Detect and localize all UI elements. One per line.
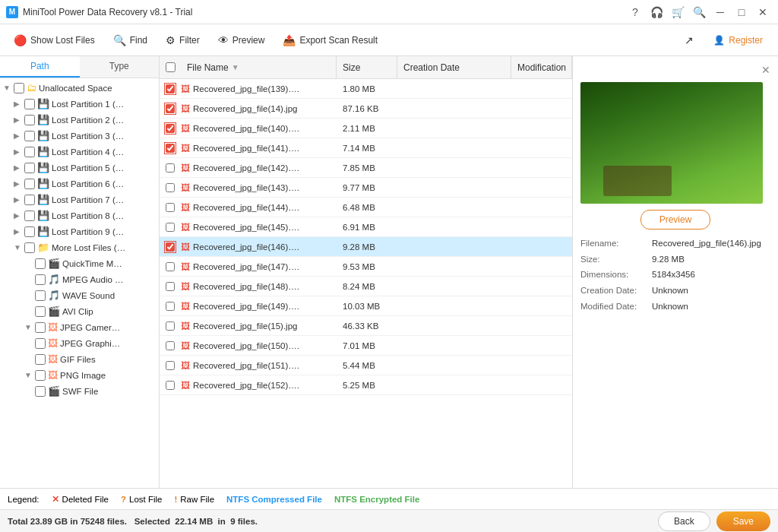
file-row[interactable]: 🖼Recovered_jpg_file(151)….5.44 MB bbox=[160, 356, 572, 375]
check-morelost[interactable] bbox=[24, 242, 35, 253]
file-row[interactable]: 🖼Recovered_jpg_file(152)….5.25 MB bbox=[160, 375, 572, 395]
check-lost1[interactable] bbox=[24, 99, 35, 109]
close-button[interactable]: ✕ bbox=[754, 3, 772, 21]
col-header-size[interactable]: Size bbox=[337, 56, 397, 78]
tree-item-lost9[interactable]: ▶ 💾 Lost Partition 9 (… bbox=[0, 223, 159, 239]
preview-close-button[interactable]: ✕ bbox=[761, 64, 770, 76]
file-checkbox[interactable] bbox=[166, 282, 175, 291]
check-lost4[interactable] bbox=[24, 147, 35, 157]
file-checkbox[interactable] bbox=[166, 84, 175, 93]
tree-item-morelost[interactable]: ▼ 📁 More Lost Files (… bbox=[0, 239, 159, 255]
tree-item-lost1[interactable]: ▶ 💾 Lost Partition 1 (… bbox=[0, 96, 159, 112]
file-row[interactable]: 🖼Recovered_jpg_file(14).jpg87.16 KB bbox=[160, 99, 572, 119]
check-lost5[interactable] bbox=[24, 163, 35, 173]
help-button[interactable]: ? bbox=[626, 3, 644, 21]
search-button[interactable]: 🔍 bbox=[690, 3, 708, 21]
file-row[interactable]: 🖼Recovered_jpg_file(148)….8.24 MB bbox=[160, 277, 572, 296]
tree-item-jpeggraphic[interactable]: 🖼 JPEG Graphi… bbox=[0, 335, 159, 351]
tree-item-aviclip[interactable]: 🎬 AVI Clip bbox=[0, 303, 159, 319]
check-lost7[interactable] bbox=[24, 195, 35, 205]
label-lost5: Lost Partition 5 (… bbox=[52, 163, 124, 173]
tree-item-lost4[interactable]: ▶ 💾 Lost Partition 4 (… bbox=[0, 144, 159, 160]
file-checkbox[interactable] bbox=[166, 262, 175, 271]
maximize-button[interactable]: □ bbox=[732, 3, 751, 21]
support-button[interactable]: 🎧 bbox=[647, 3, 666, 21]
file-checkbox[interactable] bbox=[166, 163, 175, 173]
check-lost9[interactable] bbox=[24, 226, 35, 237]
file-checkbox[interactable] bbox=[166, 242, 175, 252]
col-header-mod[interactable]: Modification bbox=[511, 56, 572, 78]
tree-item-lost8[interactable]: ▶ 💾 Lost Partition 8 (… bbox=[0, 207, 159, 223]
file-row[interactable]: 🖼Recovered_jpg_file(147)….9.53 MB bbox=[160, 257, 572, 277]
tree-item-mpegaudio[interactable]: 🎵 MPEG Audio … bbox=[0, 271, 159, 287]
tree-item-lost7[interactable]: ▶ 💾 Lost Partition 7 (… bbox=[0, 192, 159, 207]
back-button[interactable]: Back bbox=[658, 511, 710, 531]
filter-button[interactable]: ⚙ Filter bbox=[158, 30, 207, 50]
tree-item-wavesound[interactable]: 🎵 WAVE Sound bbox=[0, 287, 159, 303]
share-button[interactable]: ↗ bbox=[677, 30, 701, 50]
export-scan-result-button[interactable]: 📤 Export Scan Result bbox=[275, 30, 385, 50]
row-check-cell bbox=[160, 203, 181, 212]
file-checkbox[interactable] bbox=[166, 361, 175, 370]
check-lost8[interactable] bbox=[24, 211, 35, 221]
tree-item-quicktime[interactable]: 🎬 QuickTime M… bbox=[0, 255, 159, 271]
check-unallocated[interactable] bbox=[14, 83, 24, 93]
file-row[interactable]: 🖼Recovered_jpg_file(139)….1.80 MB bbox=[160, 79, 572, 99]
file-row[interactable]: 🖼Recovered_jpg_file(140)….2.11 MB bbox=[160, 119, 572, 138]
file-checkbox[interactable] bbox=[166, 203, 175, 212]
check-jpeggraphic[interactable] bbox=[35, 338, 46, 349]
col-header-date[interactable]: Creation Date bbox=[397, 56, 511, 78]
check-swffile[interactable] bbox=[35, 386, 46, 397]
tree-item-lost2[interactable]: ▶ 💾 Lost Partition 2 (… bbox=[0, 112, 159, 128]
preview-toolbar-button[interactable]: 👁 Preview bbox=[210, 30, 273, 50]
file-checkbox[interactable] bbox=[166, 124, 175, 133]
tree-item-giffiles[interactable]: 🖼 GIF Files bbox=[0, 351, 159, 367]
check-lost6[interactable] bbox=[24, 179, 35, 189]
tree-item-lost5[interactable]: ▶ 💾 Lost Partition 5 (… bbox=[0, 160, 159, 176]
minimize-button[interactable]: ─ bbox=[711, 3, 729, 21]
select-all-checkbox[interactable] bbox=[166, 62, 176, 72]
file-checkbox[interactable] bbox=[166, 183, 175, 192]
tree-item-pngimage[interactable]: ▼ 🖼 PNG Image bbox=[0, 367, 159, 383]
check-aviclip[interactable] bbox=[35, 306, 46, 317]
file-checkbox[interactable] bbox=[166, 381, 175, 390]
file-row[interactable]: 🖼Recovered_jpg_file(150)….7.01 MB bbox=[160, 336, 572, 356]
file-checkbox[interactable] bbox=[166, 223, 175, 232]
check-wavesound[interactable] bbox=[35, 290, 46, 301]
check-lost2[interactable] bbox=[24, 115, 35, 125]
file-row[interactable]: 🖼Recovered_jpg_file(149)….10.03 MB bbox=[160, 296, 572, 316]
file-row[interactable]: 🖼Recovered_jpg_file(145)….6.91 MB bbox=[160, 217, 572, 237]
file-checkbox[interactable] bbox=[166, 341, 175, 350]
tab-path[interactable]: Path bbox=[0, 56, 80, 78]
preview-action-button[interactable]: Preview bbox=[640, 210, 711, 230]
check-giffiles[interactable] bbox=[35, 354, 46, 365]
check-quicktime[interactable] bbox=[35, 258, 46, 269]
tree-item-jpegcamera[interactable]: ▼ 🖼 JPEG Camer… bbox=[0, 319, 159, 335]
tree-item-swffile[interactable]: 🎬 SWF File bbox=[0, 383, 159, 399]
check-pngimage[interactable] bbox=[35, 370, 46, 381]
file-row[interactable]: 🖼Recovered_jpg_file(143)….9.77 MB bbox=[160, 178, 572, 198]
file-row[interactable]: 🖼Recovered_jpg_file(144)….6.48 MB bbox=[160, 198, 572, 217]
check-mpegaudio[interactable] bbox=[35, 274, 46, 285]
find-button[interactable]: 🔍 Find bbox=[106, 30, 155, 50]
tab-type[interactable]: Type bbox=[80, 56, 160, 78]
file-checkbox[interactable] bbox=[166, 321, 175, 331]
tree-item-lost6[interactable]: ▶ 💾 Lost Partition 6 (… bbox=[0, 176, 159, 192]
check-jpegcamera[interactable] bbox=[35, 322, 46, 333]
file-row[interactable]: 🖼Recovered_jpg_file(146)….9.28 MB bbox=[160, 237, 572, 257]
file-row[interactable]: 🖼Recovered_jpg_file(142)….7.85 MB bbox=[160, 158, 572, 178]
tree-item-lost3[interactable]: ▶ 💾 Lost Partition 3 (… bbox=[0, 128, 159, 144]
file-checkbox[interactable] bbox=[166, 104, 175, 113]
col-header-name[interactable]: File Name ▼ bbox=[181, 56, 337, 78]
tree-item-unallocated[interactable]: ▼ 🗂 Unallocated Space bbox=[0, 80, 159, 96]
cart-button[interactable]: 🛒 bbox=[669, 3, 687, 21]
save-button[interactable]: Save bbox=[716, 511, 770, 531]
file-checkbox[interactable] bbox=[166, 144, 175, 153]
show-lost-files-button[interactable]: 🔴 Show Lost Files bbox=[6, 30, 103, 50]
drive-icon-lost5: 💾 bbox=[37, 162, 49, 173]
file-checkbox[interactable] bbox=[166, 302, 175, 311]
file-row[interactable]: 🖼Recovered_jpg_file(141)….7.14 MB bbox=[160, 138, 572, 158]
register-button[interactable]: 👤 Register bbox=[704, 31, 772, 49]
file-row[interactable]: 🖼Recovered_jpg_file(15).jpg46.33 KB bbox=[160, 316, 572, 336]
check-lost3[interactable] bbox=[24, 131, 35, 141]
